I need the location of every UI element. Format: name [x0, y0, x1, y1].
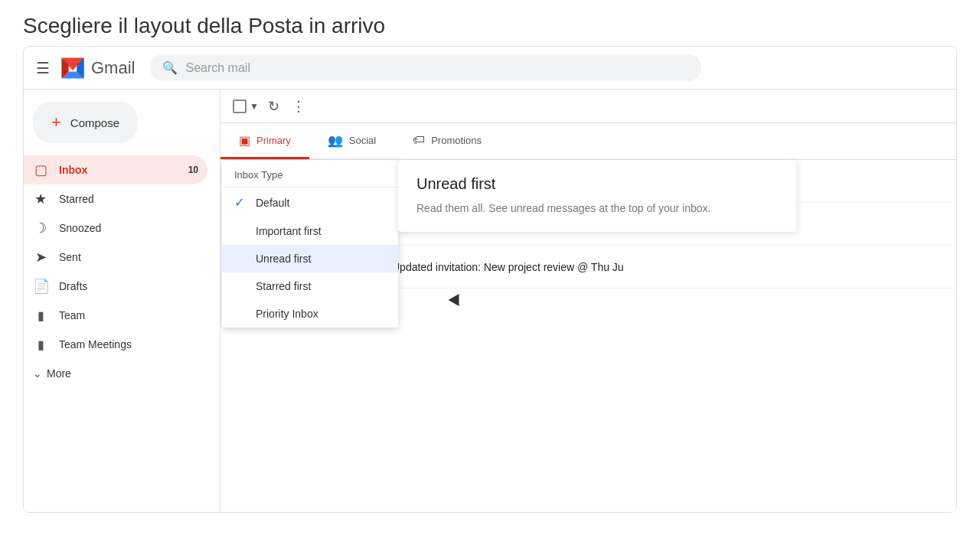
search-placeholder-text: Search mail [185, 61, 250, 75]
gmail-m-icon [59, 54, 87, 82]
sent-label: Sent [59, 251, 198, 263]
inbox-type-dropdown[interactable]: Inbox Type ✓ Default Important first Unr… [222, 160, 398, 328]
sidebar-item-starred[interactable]: ★ Starred [24, 184, 207, 214]
dropdown-item-priority-inbox[interactable]: Priority Inbox [222, 300, 398, 328]
gmail-body: + Compose ▢ Inbox 10 ★ Starred ☽ Snoozed [24, 90, 956, 512]
chevron-down-icon: ⌄ [33, 367, 42, 380]
page-title: Scegliere il layout della Posta in arriv… [0, 0, 980, 46]
dropdown-item-unread-first[interactable]: Unread first [222, 245, 398, 272]
sidebar-item-snoozed[interactable]: ☽ Snoozed [24, 214, 207, 243]
sidebar-item-inbox[interactable]: ▢ Inbox 10 [24, 155, 207, 184]
dropdown-item-starred-first[interactable]: Starred first [222, 272, 398, 300]
search-icon: 🔍 [162, 60, 178, 75]
inbox-icon: ▢ [33, 161, 48, 178]
social-tab-label: Social [349, 135, 376, 146]
checkmark-icon: ✓ [234, 195, 247, 210]
info-panel: Unread first Read them all. See unread m… [398, 160, 796, 232]
select-chevron-icon[interactable]: ▼ [250, 101, 259, 112]
starred-first-label: Starred first [256, 280, 311, 292]
compose-label: Compose [70, 116, 119, 129]
sidebar-item-drafts[interactable]: 📄 Drafts [24, 272, 207, 301]
refresh-icon[interactable]: ↻ [268, 98, 279, 115]
drafts-icon: 📄 [33, 278, 48, 295]
social-tab-icon: 👥 [328, 133, 343, 148]
unread-first-label: Unread first [256, 253, 311, 265]
star-icon: ★ [33, 191, 48, 207]
search-bar[interactable]: 🔍 Search mail [150, 54, 701, 81]
snoozed-label: Snoozed [59, 222, 198, 234]
gmail-container: ☰ Gmail 🔍 Search mail + Compose [23, 46, 957, 513]
info-panel-title: Unread first [416, 175, 778, 193]
email-subject: Updated invitation: New project review @… [392, 261, 944, 273]
promotions-tab-label: Promotions [431, 135, 482, 146]
default-label: Default [256, 197, 289, 209]
tab-promotions[interactable]: 🏷 Promotions [394, 123, 500, 159]
sidebar: + Compose ▢ Inbox 10 ★ Starred ☽ Snoozed [24, 90, 220, 512]
tabs-bar: ▣ Primary 👥 Social 🏷 Promotions [220, 123, 956, 160]
clock-icon: ☽ [33, 220, 48, 236]
more-options-icon[interactable]: ⋮ [292, 98, 305, 115]
starred-label: Starred [59, 193, 198, 205]
tab-primary[interactable]: ▣ Primary [220, 123, 309, 159]
gmail-logo-text: Gmail [91, 58, 135, 78]
compose-plus-icon: + [51, 112, 61, 132]
team-meetings-label: Team Meetings [59, 338, 198, 350]
inbox-badge: 10 [188, 165, 198, 175]
sidebar-item-sent[interactable]: ➤ Sent [24, 243, 207, 272]
info-panel-description: Read them all. See unread messages at th… [416, 201, 778, 217]
select-checkbox[interactable] [233, 99, 247, 113]
send-icon: ➤ [33, 249, 48, 266]
folder-icon: ▮ [33, 308, 48, 323]
folder2-icon: ▮ [33, 337, 48, 352]
tab-social[interactable]: 👥 Social [309, 123, 394, 159]
gmail-logo: Gmail [59, 54, 135, 82]
hamburger-icon[interactable]: ☰ [36, 59, 50, 77]
promotions-tab-icon: 🏷 [413, 133, 425, 147]
important-first-label: Important first [256, 225, 322, 237]
inbox-label: Inbox [59, 164, 188, 176]
primary-tab-icon: ▣ [239, 133, 250, 148]
more-label: More [47, 367, 198, 380]
priority-inbox-label: Priority Inbox [256, 308, 318, 320]
dropdown-header: Inbox Type [222, 160, 398, 187]
sidebar-item-team-meetings[interactable]: ▮ Team Meetings [24, 330, 207, 359]
team-label: Team [59, 309, 198, 321]
compose-button[interactable]: + Compose [33, 102, 138, 143]
main-panel: ▼ ↻ ⋮ ▣ Primary 👥 Social 🏷 Promotions [220, 90, 956, 512]
sidebar-item-team[interactable]: ▮ Team [24, 301, 207, 330]
drafts-label: Drafts [59, 280, 198, 292]
dropdown-item-default[interactable]: ✓ Default [222, 187, 398, 217]
dropdown-item-important-first[interactable]: Important first [222, 217, 398, 245]
gmail-header: ☰ Gmail 🔍 Search mail [24, 47, 956, 90]
sidebar-item-more[interactable]: ⌄ More [24, 359, 207, 388]
primary-tab-label: Primary [256, 135, 291, 146]
toolbar: ▼ ↻ ⋮ [220, 90, 956, 123]
